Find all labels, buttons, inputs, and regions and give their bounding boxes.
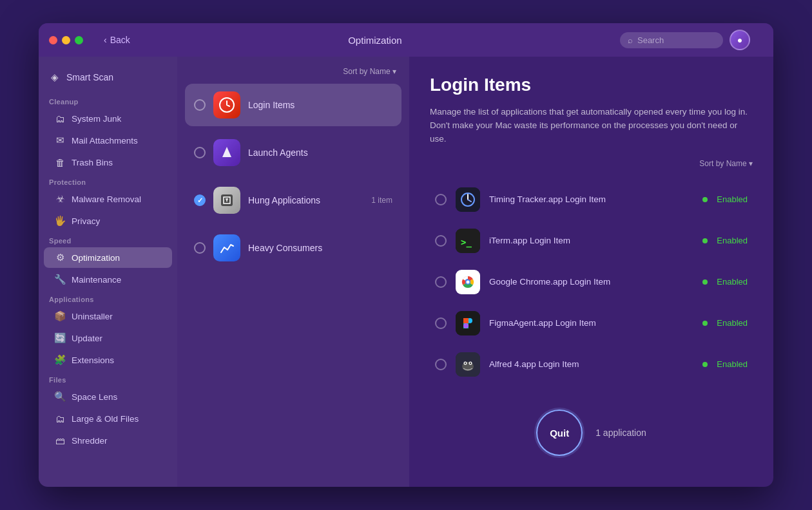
list-item-launch-agents[interactable]: Launch Agents bbox=[185, 131, 401, 174]
timing-status-dot bbox=[702, 197, 708, 202]
detail-sort-label[interactable]: Sort by Name ▾ bbox=[430, 159, 753, 168]
alfred-item-name: Alfred 4.app Login Item bbox=[489, 359, 693, 369]
figma-status-text: Enabled bbox=[717, 318, 748, 328]
uninstaller-icon: 📦 bbox=[54, 310, 66, 322]
sidebar-item-maintenance[interactable]: 🔧 Maintenance bbox=[44, 269, 172, 290]
privacy-icon: 🖐 bbox=[54, 215, 66, 227]
list-item-hung-applications[interactable]: Hung Applications 1 item bbox=[185, 179, 401, 222]
svg-point-22 bbox=[465, 363, 466, 364]
heavy-consumers-icon bbox=[213, 234, 240, 261]
back-button[interactable]: ‹ Back bbox=[104, 35, 130, 45]
avatar-button[interactable]: ● bbox=[730, 30, 750, 50]
titlebar-center: ‹ Back Optimization ⌕ ● bbox=[91, 30, 763, 50]
chrome-radio[interactable] bbox=[435, 276, 447, 288]
sidebar-item-mail-attachments[interactable]: ✉ Mail Attachments bbox=[44, 130, 172, 151]
search-bar[interactable]: ⌕ bbox=[620, 32, 723, 48]
svg-point-17 bbox=[463, 323, 469, 328]
section-protection: Protection bbox=[39, 173, 177, 188]
extensions-icon: 🧩 bbox=[54, 354, 66, 366]
alfred-radio[interactable] bbox=[435, 359, 447, 370]
list-item[interactable]: Timing Tracker.app Login Item Enabled bbox=[430, 181, 753, 218]
svg-point-11 bbox=[467, 280, 470, 283]
sidebar-item-extensions[interactable]: 🧩 Extensions bbox=[44, 350, 172, 370]
iterm-status-text: Enabled bbox=[717, 236, 748, 245]
system-junk-icon: 🗂 bbox=[54, 113, 66, 124]
sidebar-item-privacy[interactable]: 🖐 Privacy bbox=[44, 211, 172, 231]
hung-apps-radio[interactable] bbox=[194, 194, 206, 206]
titlebar: ‹ Back Optimization ⌕ ● bbox=[39, 23, 773, 57]
maximize-button[interactable] bbox=[75, 36, 83, 44]
sidebar: ◈ Smart Scan Cleanup 🗂 System Junk ✉ Mai… bbox=[39, 57, 177, 487]
sidebar-label: Malware Removal bbox=[72, 194, 141, 204]
svg-point-23 bbox=[470, 363, 471, 364]
sidebar-label: Updater bbox=[72, 334, 102, 343]
titlebar-title: Optimization bbox=[348, 35, 401, 46]
trash-icon: 🗑 bbox=[54, 156, 66, 168]
section-speed: Speed bbox=[39, 232, 177, 247]
sidebar-item-shredder[interactable]: 🗃 Shredder bbox=[44, 430, 172, 451]
alfred-status-text: Enabled bbox=[717, 359, 748, 369]
close-button[interactable] bbox=[49, 36, 57, 44]
main-content: ◈ Smart Scan Cleanup 🗂 System Junk ✉ Mai… bbox=[39, 57, 773, 487]
timing-item-name: Timing Tracker.app Login Item bbox=[489, 194, 693, 204]
figma-status-dot bbox=[702, 321, 708, 326]
list-panel: Sort by Name ▾ Login Items bbox=[177, 57, 409, 487]
sidebar-item-updater[interactable]: 🔄 Updater bbox=[44, 328, 172, 348]
sidebar-label: Large & Old Files bbox=[72, 414, 139, 424]
sidebar-item-space-lens[interactable]: 🔍 Space Lens bbox=[44, 386, 172, 407]
sidebar-item-large-old-files[interactable]: 🗂 Large & Old Files bbox=[44, 408, 172, 429]
iterm-radio[interactable] bbox=[435, 235, 447, 247]
quit-button[interactable]: Quit bbox=[536, 410, 583, 456]
timing-radio[interactable] bbox=[435, 194, 447, 205]
launch-agents-label: Launch Agents bbox=[248, 147, 392, 158]
traffic-lights bbox=[49, 36, 83, 44]
sidebar-item-optimization[interactable]: ⚙ Optimization bbox=[44, 247, 172, 268]
launch-agents-icon bbox=[213, 139, 240, 166]
list-item[interactable]: >_ iTerm.app Login Item Enabled bbox=[430, 222, 753, 260]
sidebar-label: Mail Attachments bbox=[72, 136, 138, 146]
sidebar-item-system-junk[interactable]: 🗂 System Junk bbox=[44, 108, 172, 129]
list-item[interactable]: FigmaAgent.app Login Item Enabled bbox=[430, 305, 753, 342]
sidebar-label: Trash Bins bbox=[72, 158, 113, 167]
list-item-login-items[interactable]: Login Items bbox=[185, 84, 401, 126]
chrome-status-text: Enabled bbox=[717, 277, 748, 287]
chrome-item-name: Google Chrome.app Login Item bbox=[489, 277, 693, 287]
figma-radio[interactable] bbox=[435, 317, 447, 329]
launch-agents-radio[interactable] bbox=[194, 147, 206, 158]
quit-area: Quit 1 application bbox=[430, 397, 753, 469]
optimization-icon: ⚙ bbox=[54, 252, 66, 263]
mail-icon: ✉ bbox=[54, 135, 66, 146]
smart-scan-icon: ◈ bbox=[49, 71, 61, 83]
iterm-item-name: iTerm.app Login Item bbox=[489, 236, 693, 245]
sort-label[interactable]: Sort by Name ▾ bbox=[185, 67, 401, 76]
list-item[interactable]: Alfred 4.app Login Item Enabled bbox=[430, 346, 753, 383]
minimize-button[interactable] bbox=[62, 36, 70, 44]
sidebar-item-uninstaller[interactable]: 📦 Uninstaller bbox=[44, 306, 172, 326]
login-items-label: Login Items bbox=[248, 100, 392, 110]
avatar-icon: ● bbox=[737, 35, 742, 45]
search-input[interactable] bbox=[637, 35, 708, 45]
login-items-radio[interactable] bbox=[194, 99, 206, 111]
heavy-consumers-radio[interactable] bbox=[194, 242, 206, 254]
sidebar-item-smart-scan[interactable]: ◈ Smart Scan bbox=[39, 66, 177, 89]
sidebar-label: Space Lens bbox=[72, 392, 117, 402]
quit-count-label: 1 application bbox=[595, 428, 646, 438]
heavy-consumers-label: Heavy Consumers bbox=[248, 243, 392, 253]
svg-text:>_: >_ bbox=[461, 237, 472, 248]
alfred-app-icon bbox=[456, 352, 480, 377]
iterm-status-dot bbox=[702, 238, 708, 243]
list-item[interactable]: Google Chrome.app Login Item Enabled bbox=[430, 263, 753, 301]
search-icon: ⌕ bbox=[628, 35, 633, 45]
detail-panel: Login Items Manage the list of applicati… bbox=[409, 57, 773, 487]
sidebar-item-trash-bins[interactable]: 🗑 Trash Bins bbox=[44, 152, 172, 173]
sidebar-label: Privacy bbox=[72, 216, 100, 226]
chrome-status-dot bbox=[702, 279, 708, 285]
section-applications: Applications bbox=[39, 290, 177, 305]
list-item-heavy-consumers[interactable]: Heavy Consumers bbox=[185, 227, 401, 269]
sidebar-label: Optimization bbox=[72, 253, 120, 263]
smart-scan-label: Smart Scan bbox=[66, 72, 113, 82]
section-files: Files bbox=[39, 371, 177, 386]
hung-apps-label: Hung Applications bbox=[248, 195, 363, 205]
sidebar-label: Uninstaller bbox=[72, 312, 113, 321]
sidebar-item-malware-removal[interactable]: ☣ Malware Removal bbox=[44, 189, 172, 209]
